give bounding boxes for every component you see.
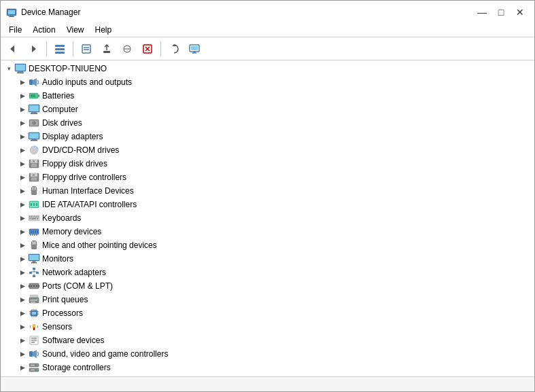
ports-icon: [28, 280, 40, 292]
disk-expand-icon: ▶: [17, 118, 28, 128]
network-expand-icon: ▶: [17, 267, 28, 278]
svg-rect-78: [31, 230, 32, 233]
tree-item-ide[interactable]: ▶ IDE ATA/ATAPI controllers: [1, 198, 534, 211]
properties-icon: [81, 43, 92, 54]
svg-rect-114: [31, 302, 35, 303]
title-bar-left: Device Manager: [6, 7, 80, 18]
tree-item-display[interactable]: ▶ Display adapters: [1, 130, 534, 143]
monitor-button[interactable]: [185, 40, 204, 58]
tree-root[interactable]: ▾ DESKTOP-TNIUENO: [1, 62, 534, 75]
menu-action[interactable]: Action: [27, 24, 61, 36]
svg-rect-70: [35, 217, 37, 218]
svg-rect-36: [31, 113, 37, 115]
svg-rect-97: [33, 268, 35, 270]
svg-rect-90: [31, 247, 37, 249]
close-button[interactable]: ✕: [511, 5, 529, 20]
tree-item-keyboards[interactable]: ▶ Keyboards: [1, 211, 534, 225]
hid-label: Human Interface Devices: [42, 186, 134, 196]
svg-rect-50: [31, 164, 37, 167]
minimize-button[interactable]: —: [473, 5, 491, 20]
processors-label: Processors: [42, 308, 83, 318]
back-button[interactable]: [3, 40, 22, 58]
title-bar-controls: — □ ✕: [473, 5, 529, 20]
svg-rect-60: [31, 192, 37, 195]
tree-item-hid[interactable]: ▶ Human Interface Devices: [1, 184, 534, 198]
monitors-icon: [28, 253, 40, 265]
menu-view[interactable]: View: [61, 24, 90, 36]
tree-item-ports[interactable]: ▶ Ports (COM & LPT): [1, 279, 534, 293]
sensors-icon: [28, 321, 40, 333]
svg-rect-82: [30, 234, 31, 236]
svg-point-138: [37, 365, 38, 366]
uninstall-button[interactable]: [138, 40, 157, 58]
dvd-expand-icon: ▶: [17, 145, 28, 156]
svg-rect-65: [36, 203, 37, 206]
software-icon: [28, 334, 40, 346]
tree-item-monitors[interactable]: ▶ Monitors: [1, 252, 534, 266]
sound-label: Sound, video and game controllers: [42, 349, 168, 359]
tree-item-floppy-ctrl[interactable]: ▶ Floppy drive controllers: [1, 171, 534, 184]
tree-item-disk[interactable]: ▶ Disk drives: [1, 116, 534, 130]
tree-item-audio[interactable]: ▶ Audio inputs and outputs: [1, 75, 534, 89]
svg-rect-84: [34, 234, 35, 236]
disable-button[interactable]: [118, 40, 137, 58]
memory-icon: [28, 226, 40, 238]
tree-item-network[interactable]: ▶ Network adapters: [1, 266, 534, 279]
tree-item-print[interactable]: ▶ Print queues: [1, 293, 534, 306]
menu-help[interactable]: Help: [90, 24, 118, 36]
hid-icon: [28, 185, 40, 197]
dvd-label: DVD/CD-ROM drives: [42, 145, 119, 155]
floppy-ctrl-expand-icon: ▶: [17, 172, 28, 183]
memory-label: Memory devices: [42, 227, 101, 236]
forward-icon: [28, 43, 39, 54]
floppy-ctrl-label: Floppy drive controllers: [42, 173, 126, 182]
svg-marker-135: [33, 350, 37, 358]
tree-item-mice[interactable]: ▶ Mice and other pointing devices: [1, 238, 534, 252]
batteries-icon: [28, 90, 40, 102]
forward-button[interactable]: [24, 40, 43, 58]
tree-item-processors[interactable]: ▶ Processors: [1, 306, 534, 320]
tree-item-memory[interactable]: ▶ Memory devices: [1, 225, 534, 238]
maximize-button[interactable]: □: [492, 5, 510, 20]
computer-small-icon: [28, 103, 40, 115]
menu-file[interactable]: File: [3, 24, 27, 36]
keyboard-icon: [28, 212, 40, 224]
floppy-disk-icon: [28, 158, 40, 170]
tree-item-sound[interactable]: ▶ Sound, video and game controllers: [1, 347, 534, 361]
properties-button[interactable]: [77, 40, 96, 58]
scan-button[interactable]: [165, 40, 184, 58]
svg-rect-71: [37, 217, 39, 218]
svg-rect-79: [33, 230, 34, 233]
svg-rect-54: [31, 177, 37, 181]
svg-rect-67: [29, 217, 31, 218]
tree-item-storage[interactable]: ▶ Storage controllers: [1, 361, 534, 374]
monitor-icon: [189, 43, 200, 54]
mouse-icon: [28, 239, 40, 251]
menu-bar: File Action View Help: [1, 22, 534, 37]
sound-expand-icon: ▶: [17, 349, 28, 359]
tree-item-floppy[interactable]: ▶ Floppy disk drives: [1, 157, 534, 171]
mice-label: Mice and other pointing devices: [42, 240, 157, 250]
ports-label: Ports (COM & LPT): [42, 281, 113, 291]
computer-expand-icon: ▶: [17, 104, 28, 115]
tree-view-button[interactable]: [50, 40, 69, 58]
svg-rect-115: [37, 298, 38, 300]
disk-icon: [28, 117, 40, 129]
svg-rect-85: [36, 234, 37, 236]
ide-expand-icon: ▶: [17, 199, 28, 210]
svg-rect-83: [32, 234, 33, 236]
toolbar-separator-1: [46, 42, 47, 56]
tree-item-software[interactable]: ▶ Software devices: [1, 334, 534, 347]
tree-item-dvd[interactable]: ▶ DVD/CD-ROM drives: [1, 143, 534, 157]
monitors-expand-icon: ▶: [17, 253, 28, 264]
tree-item-computer[interactable]: ▶ Computer: [1, 103, 534, 116]
display-adapter-icon: [28, 130, 40, 143]
tree-item-sensors[interactable]: ▶ Sensors: [1, 320, 534, 334]
keyboards-expand-icon: ▶: [17, 213, 28, 224]
update-driver-button[interactable]: [97, 40, 116, 58]
svg-rect-51: [33, 160, 35, 162]
root-computer-icon: [14, 63, 27, 75]
network-label: Network adapters: [42, 268, 106, 277]
tree-item-batteries[interactable]: ▶ Batteries: [1, 89, 534, 103]
disable-icon: [122, 43, 133, 54]
